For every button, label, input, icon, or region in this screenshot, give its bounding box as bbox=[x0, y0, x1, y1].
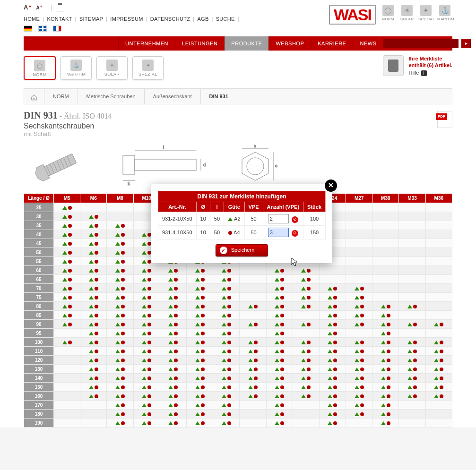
col-header[interactable]: M36 bbox=[425, 194, 452, 203]
availability-cell[interactable] bbox=[107, 266, 133, 275]
availability-cell[interactable] bbox=[266, 284, 293, 293]
availability-cell[interactable] bbox=[346, 311, 372, 320]
availability-cell[interactable] bbox=[80, 383, 107, 392]
availability-cell[interactable] bbox=[133, 293, 160, 302]
availability-cell[interactable] bbox=[107, 221, 133, 230]
availability-cell[interactable] bbox=[160, 284, 186, 293]
utility-link-impressum[interactable]: IMPRESSUM bbox=[110, 16, 143, 22]
availability-cell[interactable] bbox=[372, 392, 399, 401]
availability-cell[interactable] bbox=[80, 302, 107, 311]
availability-cell[interactable] bbox=[319, 302, 346, 311]
availability-cell[interactable] bbox=[266, 329, 293, 338]
availability-cell[interactable] bbox=[266, 410, 293, 419]
row-header[interactable]: 170 bbox=[24, 401, 54, 410]
availability-cell[interactable] bbox=[107, 392, 133, 401]
availability-cell[interactable] bbox=[54, 212, 80, 221]
availability-cell[interactable] bbox=[186, 302, 213, 311]
availability-cell[interactable] bbox=[107, 329, 133, 338]
availability-cell[interactable] bbox=[160, 338, 186, 347]
delete-row-icon[interactable]: ⊘ bbox=[292, 230, 298, 237]
row-header[interactable]: 90 bbox=[24, 320, 54, 329]
availability-cell[interactable] bbox=[399, 320, 425, 329]
availability-cell[interactable] bbox=[213, 347, 240, 356]
availability-cell[interactable] bbox=[133, 329, 160, 338]
availability-cell[interactable] bbox=[346, 383, 372, 392]
availability-cell[interactable] bbox=[80, 239, 107, 248]
availability-cell[interactable] bbox=[293, 374, 319, 383]
availability-cell[interactable] bbox=[399, 365, 425, 374]
availability-cell[interactable] bbox=[372, 347, 399, 356]
availability-cell[interactable] bbox=[213, 284, 240, 293]
flag-en-icon[interactable] bbox=[38, 26, 47, 32]
availability-cell[interactable] bbox=[213, 356, 240, 365]
availability-cell[interactable] bbox=[266, 302, 293, 311]
availability-cell[interactable] bbox=[266, 374, 293, 383]
availability-cell[interactable] bbox=[213, 320, 240, 329]
availability-cell[interactable] bbox=[319, 356, 346, 365]
availability-cell[interactable] bbox=[80, 329, 107, 338]
availability-cell[interactable] bbox=[160, 410, 186, 419]
availability-cell[interactable] bbox=[80, 320, 107, 329]
availability-cell[interactable] bbox=[80, 284, 107, 293]
text-decrease-button[interactable]: A▼ bbox=[36, 5, 43, 10]
availability-cell[interactable] bbox=[213, 383, 240, 392]
row-header[interactable]: 140 bbox=[24, 374, 54, 383]
availability-cell[interactable] bbox=[293, 338, 319, 347]
availability-cell[interactable] bbox=[160, 365, 186, 374]
availability-cell[interactable] bbox=[293, 356, 319, 365]
availability-cell[interactable] bbox=[425, 320, 452, 329]
availability-cell[interactable] bbox=[107, 230, 133, 239]
availability-cell[interactable] bbox=[107, 302, 133, 311]
row-header[interactable]: 50 bbox=[24, 248, 54, 257]
availability-cell[interactable] bbox=[346, 320, 372, 329]
col-header[interactable]: M8 bbox=[107, 194, 133, 203]
availability-cell[interactable] bbox=[54, 320, 80, 329]
availability-cell[interactable] bbox=[80, 257, 107, 266]
category-tab-norm[interactable]: ◯NORM bbox=[24, 56, 56, 80]
availability-cell[interactable] bbox=[133, 374, 160, 383]
availability-cell[interactable] bbox=[372, 401, 399, 410]
availability-cell[interactable] bbox=[133, 311, 160, 320]
availability-cell[interactable] bbox=[399, 302, 425, 311]
availability-cell[interactable] bbox=[186, 401, 213, 410]
availability-cell[interactable] bbox=[54, 230, 80, 239]
anzahl-input[interactable] bbox=[268, 228, 289, 237]
availability-cell[interactable] bbox=[319, 284, 346, 293]
row-header[interactable]: 80 bbox=[24, 302, 54, 311]
availability-cell[interactable] bbox=[160, 356, 186, 365]
availability-cell[interactable] bbox=[346, 410, 372, 419]
availability-cell[interactable] bbox=[107, 410, 133, 419]
availability-cell[interactable] bbox=[319, 338, 346, 347]
availability-cell[interactable] bbox=[80, 221, 107, 230]
availability-cell[interactable] bbox=[319, 410, 346, 419]
availability-cell[interactable] bbox=[54, 221, 80, 230]
brand-icon-maritim[interactable]: ⚓MARITIM bbox=[437, 5, 452, 21]
availability-cell[interactable] bbox=[54, 302, 80, 311]
availability-cell[interactable] bbox=[186, 356, 213, 365]
availability-cell[interactable] bbox=[186, 293, 213, 302]
availability-cell[interactable] bbox=[372, 383, 399, 392]
row-header[interactable]: 85 bbox=[24, 311, 54, 320]
availability-cell[interactable] bbox=[425, 365, 452, 374]
availability-cell[interactable] bbox=[54, 284, 80, 293]
availability-cell[interactable] bbox=[213, 365, 240, 374]
availability-cell[interactable] bbox=[107, 248, 133, 257]
availability-cell[interactable] bbox=[80, 347, 107, 356]
row-header[interactable]: 30 bbox=[24, 212, 54, 221]
availability-cell[interactable] bbox=[319, 329, 346, 338]
availability-cell[interactable] bbox=[372, 311, 399, 320]
availability-cell[interactable] bbox=[372, 356, 399, 365]
availability-cell[interactable] bbox=[80, 266, 107, 275]
text-increase-button[interactable]: A▲ bbox=[24, 4, 32, 11]
availability-cell[interactable] bbox=[133, 302, 160, 311]
availability-cell[interactable] bbox=[54, 203, 80, 212]
utility-link-home[interactable]: HOME bbox=[24, 16, 40, 22]
availability-cell[interactable] bbox=[160, 383, 186, 392]
availability-cell[interactable] bbox=[213, 302, 240, 311]
availability-cell[interactable] bbox=[293, 284, 319, 293]
availability-cell[interactable] bbox=[54, 338, 80, 347]
availability-cell[interactable] bbox=[346, 302, 372, 311]
availability-cell[interactable] bbox=[319, 320, 346, 329]
availability-cell[interactable] bbox=[80, 293, 107, 302]
row-header[interactable]: 150 bbox=[24, 383, 54, 392]
